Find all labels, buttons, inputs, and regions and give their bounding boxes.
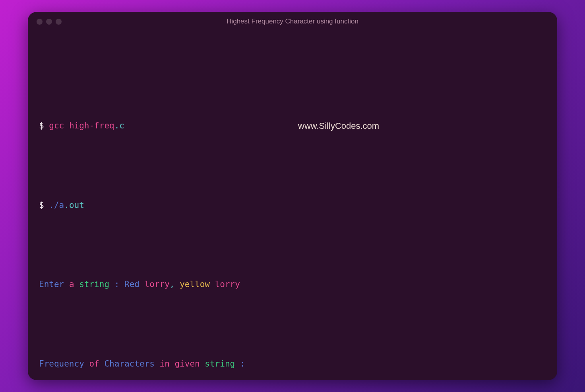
terminal-content[interactable]: www.SillyCodes.com $ gcc high-freq.c $ .… [28, 31, 557, 380]
prompt: $ [39, 200, 49, 210]
output-header: Frequency of Characters in given string … [39, 356, 546, 372]
window-title: Highest Frequency Character using functi… [28, 17, 557, 25]
titlebar: Highest Frequency Character using functi… [28, 12, 557, 31]
cmd-gcc: gcc [49, 121, 64, 130]
prompt: $ [39, 121, 49, 130]
input-line: Enter a string : Red lorry, yellow lorry [39, 277, 546, 293]
cmd-compile: $ gcc high-freq.c [39, 118, 546, 134]
zoom-icon[interactable] [56, 19, 62, 25]
arg-filename: high-freq [69, 121, 114, 130]
minimize-icon[interactable] [46, 19, 52, 25]
terminal-window: Highest Frequency Character using functi… [28, 12, 557, 380]
close-icon[interactable] [37, 19, 43, 25]
run-prefix: ./a [49, 200, 64, 210]
cmd-run: $ ./a.out [39, 198, 546, 213]
run-ext: .out [64, 200, 84, 210]
traffic-lights [37, 19, 62, 25]
arg-ext: .c [114, 121, 124, 130]
